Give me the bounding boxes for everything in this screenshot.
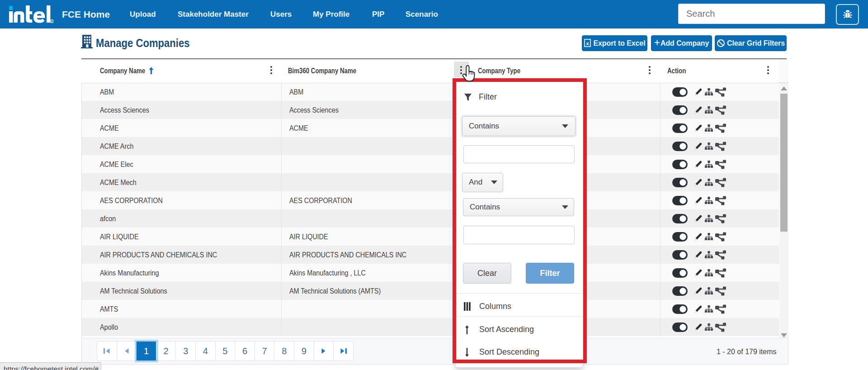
svg-text:x: x — [586, 41, 589, 46]
